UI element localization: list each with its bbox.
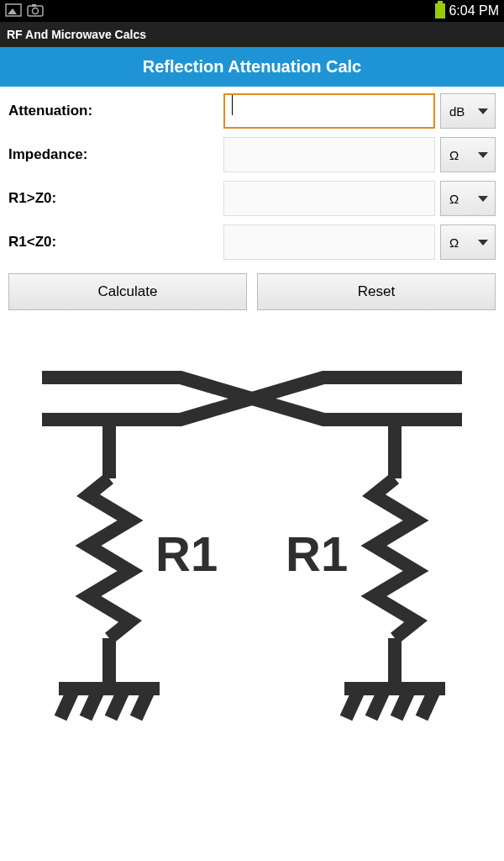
app-title: RF And Microwave Calcs	[7, 28, 146, 41]
chevron-down-icon	[478, 108, 488, 114]
unit-attenuation-label: dB	[449, 104, 465, 119]
reset-button[interactable]: Reset	[257, 273, 496, 310]
status-left	[5, 3, 44, 19]
row-attenuation: Attenuation: dB	[8, 93, 496, 129]
clock: 6:04 PM	[449, 3, 499, 18]
input-r1lt[interactable]	[223, 224, 435, 260]
image-icon	[5, 3, 22, 19]
chevron-down-icon	[478, 196, 488, 202]
calculate-button[interactable]: Calculate	[8, 273, 247, 310]
input-impedance[interactable]	[223, 137, 435, 172]
reset-label: Reset	[358, 283, 395, 300]
unit-impedance[interactable]: Ω	[440, 137, 496, 172]
calculate-label: Calculate	[98, 283, 158, 300]
input-r1gt[interactable]	[223, 181, 435, 216]
label-r1lt: R1<Z0:	[8, 234, 223, 251]
unit-r1lt[interactable]: Ω	[440, 224, 496, 260]
unit-attenuation[interactable]: dB	[440, 93, 496, 129]
battery-icon	[435, 3, 445, 18]
svg-marker-1	[8, 8, 17, 14]
input-attenuation[interactable]	[223, 93, 435, 129]
text-cursor	[232, 95, 233, 115]
app-bar: RF And Microwave Calcs	[0, 22, 504, 47]
label-attenuation: Attenuation:	[8, 103, 223, 119]
row-r1gt: R1>Z0: Ω	[8, 181, 496, 216]
svg-rect-4	[32, 4, 36, 7]
unit-r1lt-label: Ω	[449, 235, 459, 250]
circuit-diagram: R1 R1	[0, 310, 504, 768]
label-r1-left: R1	[155, 526, 218, 581]
status-right: 6:04 PM	[435, 3, 499, 18]
chevron-down-icon	[478, 152, 488, 158]
unit-r1gt[interactable]: Ω	[440, 181, 496, 216]
status-bar: 6:04 PM	[0, 0, 504, 22]
camera-icon	[27, 3, 44, 19]
form-area: Attenuation: dB Impedance: Ω R1>Z0: Ω R1…	[0, 87, 504, 260]
page-title-bar: Reflection Attenuation Calc	[0, 47, 504, 87]
chevron-down-icon	[478, 240, 488, 246]
unit-r1gt-label: Ω	[449, 192, 459, 206]
page-title: Reflection Attenuation Calc	[143, 57, 361, 76]
label-impedance: Impedance:	[8, 146, 223, 163]
row-r1lt: R1<Z0: Ω	[8, 224, 496, 260]
unit-impedance-label: Ω	[449, 148, 459, 162]
label-r1gt: R1>Z0:	[8, 190, 223, 207]
button-row: Calculate Reset	[0, 268, 504, 310]
row-impedance: Impedance: Ω	[8, 137, 496, 172]
svg-point-3	[33, 8, 39, 13]
label-r1-right: R1	[286, 526, 348, 581]
circuit-svg: R1 R1	[8, 344, 496, 764]
